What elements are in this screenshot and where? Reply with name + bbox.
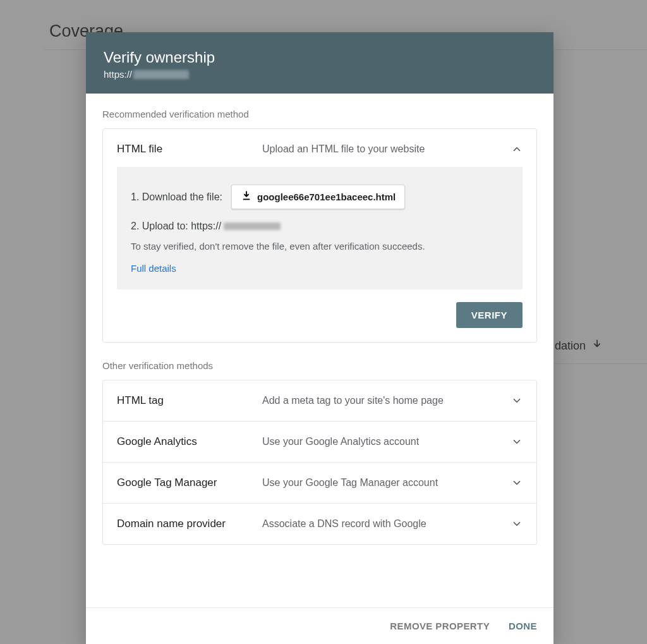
verify-ownership-dialog: Verify ownership https:// Recommended ve… [86,32,553,644]
method-desc: Associate a DNS record with Google [262,518,499,530]
chevron-down-icon [511,395,523,406]
chevron-down-icon [511,436,523,447]
method-html-tag[interactable]: HTML tag Add a meta tag to your site's h… [102,380,537,422]
dialog-site-url: https:// [104,69,536,80]
svg-rect-0 [243,199,250,200]
download-icon [241,190,252,204]
other-section-label: Other verification methods [102,360,537,371]
download-file-button[interactable]: googlee66e701ee1baceec.html [231,185,405,209]
full-details-link[interactable]: Full details [131,263,176,274]
verify-row: VERIFY [103,300,536,342]
chevron-down-icon [511,518,523,530]
method-desc: Add a meta tag to your site's home page [262,395,499,406]
remove-property-button[interactable]: REMOVE PROPERTY [389,618,491,634]
method-desc: Use your Google Analytics account [262,436,499,447]
method-name: HTML file [117,143,250,155]
verify-button[interactable]: VERIFY [456,302,523,328]
site-url-redacted [133,70,189,79]
recommended-section-label: Recommended verification method [102,109,537,119]
method-name: Google Analytics [117,435,250,448]
step2-prefix: 2. Upload to: https:// [131,221,221,232]
done-button[interactable]: DONE [507,618,538,634]
method-google-analytics[interactable]: Google Analytics Use your Google Analyti… [102,422,537,463]
dialog-title: Verify ownership [104,49,536,66]
dialog-footer: REMOVE PROPERTY DONE [86,607,553,644]
recommended-method-card: HTML file Upload an HTML file to your we… [102,128,537,343]
upload-url-redacted [224,222,281,230]
other-methods-list: HTML tag Add a meta tag to your site's h… [102,380,537,545]
method-name: Domain name provider [117,518,250,530]
method-desc: Use your Google Tag Manager account [262,477,499,489]
step-download: 1. Download the file: googlee66e701ee1ba… [131,185,509,209]
step-upload: 2. Upload to: https:// [131,221,509,232]
chevron-down-icon [511,477,523,489]
verification-note: To stay verified, don't remove the file,… [131,241,509,252]
method-desc: Upload an HTML file to your website [262,143,499,155]
method-google-tag-manager[interactable]: Google Tag Manager Use your Google Tag M… [102,463,537,504]
method-name: HTML tag [117,394,250,407]
method-domain-provider[interactable]: Domain name provider Associate a DNS rec… [102,504,537,545]
step1-label: 1. Download the file: [131,191,222,203]
dialog-header: Verify ownership https:// [86,32,553,94]
method-name: Google Tag Manager [117,477,250,489]
dialog-body: Recommended verification method HTML fil… [86,94,553,607]
recommended-card-content: 1. Download the file: googlee66e701ee1ba… [117,167,523,289]
chevron-up-icon [511,143,523,155]
site-url-prefix: https:// [104,69,132,80]
download-filename: googlee66e701ee1baceec.html [257,191,396,202]
recommended-card-header[interactable]: HTML file Upload an HTML file to your we… [103,129,536,167]
